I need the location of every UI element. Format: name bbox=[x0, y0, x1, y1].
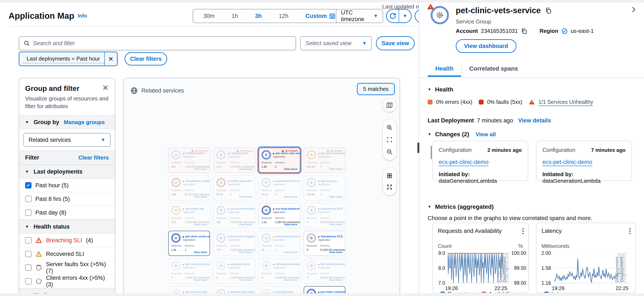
view-more-link[interactable]: View more bbox=[239, 168, 252, 171]
checkbox[interactable] bbox=[25, 264, 32, 271]
service-card-title[interactable]: ▶Standalone EKS bbox=[318, 207, 343, 210]
view-more-link[interactable]: View more bbox=[329, 278, 342, 281]
view-dashboard-button[interactable]: View dashboard bbox=[456, 39, 516, 53]
service-card-title[interactable]: ▶nginx-proxy bbox=[318, 179, 337, 183]
service-card[interactable]: ▶pet-clinic-vets-serviceApplicationSLI b… bbox=[258, 147, 300, 173]
legend-item[interactable]: Latency bbox=[544, 291, 569, 293]
service-card[interactable]: ▶nginx-proxyApplicationRequests138.8kSer… bbox=[304, 175, 346, 200]
requests-availability-plot[interactable]: Deployment...Deployment... bbox=[448, 253, 512, 283]
clear-filters-link[interactable]: Clear filters bbox=[78, 155, 109, 161]
view-more-link[interactable]: View more bbox=[284, 195, 297, 198]
service-card[interactable]: ▶pet-clinic-frontend-javaApplicationSLI … bbox=[304, 147, 346, 173]
saved-view-select[interactable]: Select saved view▼ bbox=[300, 36, 372, 50]
search-input[interactable] bbox=[33, 40, 291, 47]
service-card-title[interactable]: ▶Standalone ECS bbox=[318, 235, 343, 238]
checkbox[interactable] bbox=[25, 196, 32, 202]
card-menu-icon[interactable]: ⋮ bbox=[294, 260, 298, 264]
chart-menu-icon[interactable] bbox=[629, 228, 630, 234]
filter-token[interactable]: Last deployments = Past hour ✕ bbox=[19, 52, 118, 66]
change-card[interactable]: Configuration7 minutes agoecs-pet-clinic… bbox=[536, 141, 632, 181]
checkbox[interactable] bbox=[25, 278, 32, 284]
matches-badge[interactable]: 5 matches bbox=[357, 83, 395, 95]
expand-layout-icon[interactable] bbox=[386, 184, 393, 190]
card-menu-icon[interactable]: ⋮ bbox=[204, 288, 208, 292]
service-card-title[interactable]: ▶alb-eks-test-app bbox=[183, 290, 207, 293]
service-card[interactable]: ▶k8s-onlineboutique-60...Application⋮Req… bbox=[304, 258, 346, 284]
changes-section-header[interactable]: ▼Changes (2) View all bbox=[428, 131, 496, 138]
card-menu-icon[interactable]: ⋮ bbox=[250, 232, 252, 236]
view-more-link[interactable]: View more bbox=[194, 195, 207, 198]
view-more-link[interactable]: View more bbox=[194, 223, 207, 226]
save-view-button[interactable]: Save view bbox=[376, 36, 415, 50]
services-unhealthy-link[interactable]: 1/1 Services Unhealthy bbox=[538, 99, 593, 105]
change-resource-link[interactable]: ecs-pet-clinic-demo bbox=[542, 159, 592, 166]
card-menu-icon[interactable]: ⋮ bbox=[340, 232, 343, 236]
time-range-30m[interactable]: 30m bbox=[195, 13, 223, 19]
checkbox[interactable] bbox=[25, 237, 32, 244]
view-all-link[interactable]: View all bbox=[476, 131, 496, 138]
service-card[interactable]: ▶k8s-monitori-prometh...Application⋮Requ… bbox=[168, 258, 210, 284]
service-card[interactable]: ▶FulfillmentAPIApplicationSLI breachRequ… bbox=[168, 147, 210, 173]
manage-groups-link[interactable]: Manage groups bbox=[64, 119, 105, 126]
card-menu-icon[interactable]: ⋮ bbox=[340, 260, 343, 264]
service-card[interactable]: ▶ecs-load-balancerApplicationRequests1.1… bbox=[258, 203, 300, 228]
view-more-link[interactable]: View more bbox=[284, 278, 297, 281]
card-menu-icon[interactable]: ⋮ bbox=[204, 205, 208, 209]
panel-resize-handle[interactable] bbox=[418, 142, 419, 153]
service-card-title[interactable]: ▶dataGenerationLambda bbox=[273, 235, 300, 238]
view-more-link[interactable]: View more bbox=[284, 223, 297, 226]
service-card-title[interactable]: ▶TestAgarwalr bbox=[273, 290, 293, 293]
service-card[interactable]: ▶appointment-service-g...ApplicationRequ… bbox=[258, 175, 300, 200]
legend-item[interactable]: Availability bbox=[482, 291, 513, 293]
group-by-select[interactable]: Related services▼ bbox=[24, 133, 110, 147]
collapse-panel-chevron-icon[interactable] bbox=[630, 7, 637, 13]
service-card-title[interactable]: ▶pet-health-api bbox=[183, 207, 204, 210]
view-more-link[interactable]: View more bbox=[239, 251, 252, 254]
chart-menu-icon[interactable] bbox=[522, 228, 524, 234]
view-more-link[interactable]: View more bbox=[284, 251, 297, 254]
zoom-in-icon[interactable] bbox=[386, 124, 393, 131]
close-icon[interactable] bbox=[102, 84, 109, 91]
info-link[interactable]: Info bbox=[78, 13, 87, 19]
service-card[interactable]: ▶Scenario7-RegisterNe...Application⋮Requ… bbox=[214, 231, 255, 256]
view-details-link[interactable]: View details bbox=[518, 117, 551, 124]
service-card[interactable]: ▶dataGenerationLambdaApplicationRequests… bbox=[258, 231, 300, 256]
change-resource-link[interactable]: ecs-pet-clinic-demo bbox=[439, 159, 488, 166]
scrollbar-thumb[interactable] bbox=[431, 146, 432, 159]
service-card[interactable]: ▶PetNameGeneratorApplication⋮Requests0Se… bbox=[258, 258, 300, 284]
copy-icon[interactable] bbox=[521, 28, 527, 34]
card-menu-icon[interactable]: ⋮ bbox=[204, 177, 208, 181]
view-more-link[interactable]: View more bbox=[239, 223, 252, 226]
latency-plot[interactable]: Deployment...Deployment... bbox=[554, 253, 629, 283]
service-card-title[interactable]: ▶pet-clinic-visits-service bbox=[183, 235, 210, 238]
refresh-options-button[interactable]: ▼ bbox=[399, 10, 411, 22]
time-range-12h[interactable]: 12h bbox=[270, 13, 297, 19]
card-menu-icon[interactable]: ⋮ bbox=[340, 205, 343, 209]
service-card[interactable]: ▶pet-clinic-visits-serviceApplicationReq… bbox=[168, 231, 210, 256]
view-more-link[interactable]: View more bbox=[329, 195, 342, 198]
time-range-1h[interactable]: 1h bbox=[223, 13, 246, 19]
remove-token-icon[interactable]: ✕ bbox=[104, 52, 117, 65]
service-card-title[interactable]: ▶traffic-generator bbox=[228, 179, 252, 183]
tab-health[interactable]: Health bbox=[428, 65, 461, 76]
view-more-link[interactable]: View more bbox=[329, 168, 342, 171]
checkbox[interactable] bbox=[25, 209, 32, 216]
view-more-link[interactable]: View more bbox=[194, 278, 207, 281]
view-more-link[interactable]: View more bbox=[329, 223, 342, 226]
service-card[interactable]: ▶Standalone EKSApplication⋮Requests0Serv… bbox=[304, 203, 346, 228]
tab-correlated-spans[interactable]: Correlated spans bbox=[462, 65, 526, 76]
change-card[interactable]: Configuration2 minutes agoecs-pet-clinic… bbox=[432, 141, 528, 181]
time-range-3h[interactable]: 3h bbox=[246, 13, 270, 19]
filter-section-header[interactable]: ▼Last deployments bbox=[19, 165, 115, 179]
view-more-link[interactable]: View more bbox=[239, 195, 252, 198]
card-menu-icon[interactable]: ⋮ bbox=[294, 288, 298, 292]
legend-item[interactable]: Requests bbox=[440, 291, 469, 293]
service-card[interactable]: ▶ad-recommendation-lbApplication⋮Request… bbox=[214, 203, 255, 228]
view-more-link[interactable]: View more bbox=[239, 278, 252, 281]
view-more-link[interactable]: View more bbox=[194, 168, 207, 171]
service-card-title[interactable]: ▶lambda-bug-bash bbox=[228, 290, 254, 293]
service-card[interactable]: ▶pet-health-apiApplication⋮Requests232Se… bbox=[168, 203, 210, 228]
view-more-link[interactable]: View more bbox=[284, 168, 297, 171]
view-more-link[interactable]: View more bbox=[329, 251, 342, 254]
service-card[interactable]: ▶LogisticsAPIApplicationSLI breachReques… bbox=[214, 147, 255, 173]
